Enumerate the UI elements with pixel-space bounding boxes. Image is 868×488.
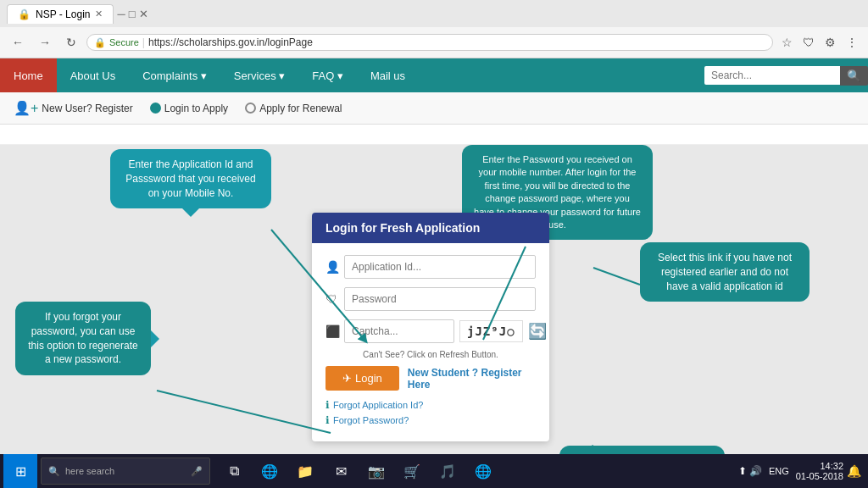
login-label: Login to Apply [164, 103, 228, 114]
forgot-app-id-link[interactable]: ℹ Forgot Application Id? [326, 399, 536, 411]
nav-faq[interactable]: FAQ ▾ [298, 58, 357, 92]
nav-home[interactable]: Home [0, 58, 57, 92]
forgot-app-id-label: Forgot Application Id? [333, 400, 423, 410]
new-user-label: New User? Register [42, 103, 132, 114]
task-view-button[interactable]: ⧉ [217, 454, 251, 488]
close-button[interactable]: ✕ [139, 8, 148, 20]
apply-renewal[interactable]: Apply for Renewal [245, 103, 342, 114]
info-icon-2: ℹ [326, 414, 330, 426]
nav-complaints[interactable]: Complaints ▾ [129, 58, 220, 92]
tab-favicon: 🔒 [18, 8, 31, 20]
ticker-text: NEW Verification of applications for SC/… [0, 129, 868, 141]
notification-button[interactable]: 🔔 [847, 464, 861, 478]
app-icon-1[interactable]: 📷 [359, 454, 393, 488]
new-user-register[interactable]: 👤+ New User? Register [14, 100, 133, 116]
app-icon-2[interactable]: 🎵 [431, 454, 465, 488]
captcha-row: ⬛ jJZ⁹J○ 🔄 [326, 319, 536, 343]
forgot-links: ℹ Forgot Application Id? ℹ Forgot Passwo… [326, 399, 536, 426]
renewal-label: Apply for Renewal [259, 103, 342, 114]
search-input[interactable] [704, 66, 840, 85]
callout-app-id-text: Enter the Application Id and Passsword t… [125, 158, 255, 199]
address-text: https://scholarships.gov.in/loginPage [148, 36, 313, 48]
mic-icon: 🎤 [191, 466, 203, 477]
svg-line-4 [157, 391, 331, 433]
register-here-link[interactable]: New Student ? Register Here [408, 367, 536, 391]
forward-button[interactable]: → [34, 34, 56, 51]
person-icon: 👤 [326, 260, 339, 274]
login-form-title: Login for Fresh Application [326, 221, 480, 235]
cant-see-text: Can't See? Click on Refresh Button. [326, 350, 536, 359]
main-content: Enter the Application Id and Passsword t… [0, 145, 868, 467]
address-separator: | [142, 36, 145, 48]
top-nav: Home About Us Complaints ▾ Services ▾ FA… [0, 58, 868, 92]
callout-new-user: Select this link if you have not registe… [640, 242, 810, 302]
date-display: 01-05-2018 [796, 471, 843, 481]
login-form-header: Login for Fresh Application [312, 213, 549, 243]
nav-search-area: 🔍 [704, 66, 868, 86]
browser-chrome: 🔒 NSP - Login ✕ ─ □ ✕ ← → ↻ 🔒 Secure | h… [0, 0, 868, 58]
taskbar-search-box[interactable]: 🔍 here search 🎤 [41, 458, 210, 485]
search-button[interactable]: 🔍 [840, 66, 868, 86]
minimize-button[interactable]: ─ [117, 8, 125, 20]
taskbar-time: 14:32 01-05-2018 [796, 461, 843, 481]
taskbar-icons: ⧉ 🌐 📁 ✉ 📷 🛒 🎵 🌐 [217, 454, 500, 488]
edge-icon[interactable]: 🌐 [253, 454, 287, 488]
start-button[interactable]: ⊞ [3, 454, 37, 488]
forgot-password-link[interactable]: ℹ Forgot Password? [326, 414, 536, 426]
taskbar-search-text: here search [65, 466, 114, 476]
ticker-bar: NEW Verification of applications for SC/… [0, 125, 868, 145]
forgot-password-label: Forgot Password? [333, 415, 409, 425]
browser-tab[interactable]: 🔒 NSP - Login ✕ [7, 4, 114, 24]
chrome-icon[interactable]: 🌐 [466, 454, 500, 488]
lock-icon: 🛡 [326, 292, 339, 306]
login-radio [150, 103, 161, 114]
title-bar: 🔒 NSP - Login ✕ ─ □ ✕ [0, 0, 868, 27]
nav-about[interactable]: About Us [57, 58, 129, 92]
search-icon: 🔍 [48, 466, 60, 477]
secure-label: Secure [109, 37, 139, 47]
amazon-icon[interactable]: 🛒 [395, 454, 429, 488]
password-input[interactable] [344, 287, 536, 311]
app-id-group: 👤 [326, 255, 536, 279]
tray-icons: ⬆ 🔊 [738, 465, 762, 477]
menu-button[interactable]: ⋮ [843, 34, 861, 51]
callout-forgot-pw-text: If you forgot your password, you can use… [28, 311, 137, 365]
nav-services[interactable]: Services ▾ [220, 58, 298, 92]
renewal-radio [245, 103, 256, 114]
password-group: 🛡 [326, 287, 536, 311]
captcha-input[interactable] [344, 319, 454, 343]
svg-line-2 [593, 268, 640, 285]
website: Home About Us Complaints ▾ Services ▾ FA… [0, 58, 868, 467]
back-button[interactable]: ← [7, 34, 29, 51]
browser-action-buttons: ☆ 🛡 ⚙ ⋮ [778, 34, 861, 51]
browser-controls: ← → ↻ 🔒 Secure | https://scholarships.go… [0, 27, 868, 58]
mail-icon[interactable]: ✉ [324, 454, 358, 488]
refresh-button[interactable]: ↻ [61, 34, 81, 51]
app-id-input[interactable] [344, 255, 536, 279]
login-form-body: 👤 🛡 ⬛ jJZ⁹J○ 🔄 Can't See? Click on Refre… [312, 243, 549, 441]
extensions-button[interactable]: ⚙ [821, 34, 839, 51]
address-bar[interactable]: 🔒 Secure | https://scholarships.gov.in/l… [86, 34, 773, 51]
shield-icon: 🛡 [799, 34, 818, 51]
refresh-captcha-button[interactable]: 🔄 [528, 322, 547, 341]
new-user-icon: 👤+ [14, 100, 38, 116]
info-icon: ℹ [326, 399, 330, 411]
tab-title: NSP - Login [36, 8, 90, 20]
taskbar: ⊞ 🔍 here search 🎤 ⧉ 🌐 📁 ✉ 📷 🛒 🎵 🌐 ⬆ 🔊 EN… [0, 454, 868, 488]
login-button[interactable]: ✈ Login [326, 366, 399, 391]
time-display: 14:32 [796, 461, 843, 471]
taskbar-tray: ⬆ 🔊 ENG 14:32 01-05-2018 🔔 [738, 461, 865, 481]
maximize-button[interactable]: □ [129, 8, 136, 20]
callout-new-user-text: Select this link if you have not registe… [658, 252, 792, 292]
captcha-image: jJZ⁹J○ [459, 320, 523, 342]
callout-app-id: Enter the Application Id and Passsword t… [110, 149, 271, 208]
tray-lang: ENG [765, 466, 793, 476]
login-actions: ✈ Login New Student ? Register Here [326, 366, 536, 391]
login-to-apply[interactable]: Login to Apply [150, 103, 228, 114]
send-icon: ✈ [342, 372, 352, 385]
captcha-icon: ⬛ [326, 324, 339, 338]
bookmark-button[interactable]: ☆ [778, 34, 796, 51]
tab-close-button[interactable]: ✕ [95, 8, 103, 19]
file-explorer-icon[interactable]: 📁 [288, 454, 322, 488]
nav-mail[interactable]: Mail us [357, 58, 419, 92]
